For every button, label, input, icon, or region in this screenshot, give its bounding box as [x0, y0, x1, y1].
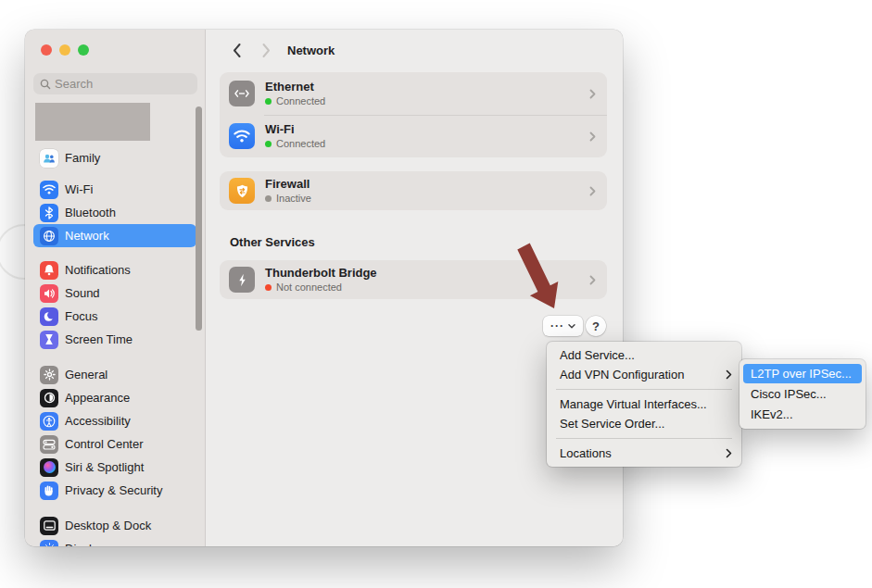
- sidebar-item-desktop-dock[interactable]: Desktop & Dock: [33, 514, 196, 537]
- close-button[interactable]: [41, 44, 52, 56]
- sidebar-item-control-center[interactable]: Control Center: [33, 432, 196, 456]
- menu-item-locations[interactable]: Locations: [547, 444, 741, 463]
- wifi-icon: [40, 181, 58, 199]
- sidebar-item-family[interactable]: Family: [33, 146, 196, 169]
- sidebar-item-label: Desktop & Dock: [65, 519, 151, 532]
- sidebar-item-siri-spotlight[interactable]: Siri & Spotlight: [33, 456, 196, 479]
- search-icon: [40, 79, 51, 90]
- chevron-right-icon: [589, 131, 596, 142]
- services-card: Ethernet Connected Wi-Fi Connected: [220, 72, 607, 157]
- menu-separator: [556, 389, 732, 390]
- sidebar-item-sound[interactable]: Sound: [33, 281, 196, 305]
- submenu-item-cisco-ipsec[interactable]: Cisco IPSec...: [743, 384, 862, 404]
- hourglass-icon: [40, 331, 58, 349]
- sidebar-item-label: Appearance: [65, 391, 130, 405]
- siri-icon: [40, 458, 58, 477]
- sidebar-item-label: Privacy & Security: [65, 483, 162, 497]
- vpn-configuration-submenu: L2TP over IPSec... Cisco IPSec... IKEv2.…: [739, 359, 866, 429]
- sidebar-item-wifi[interactable]: Wi-Fi: [33, 178, 196, 201]
- status-dot: [265, 195, 272, 202]
- page-title: Network: [287, 44, 335, 57]
- bell-icon: [40, 261, 58, 280]
- service-row-wifi[interactable]: Wi-Fi Connected: [220, 115, 607, 157]
- sidebar-nav: Family Wi-Fi Bluetooth: [33, 146, 196, 546]
- sidebar-item-privacy-security[interactable]: Privacy & Security: [33, 479, 196, 502]
- globe-icon: [40, 227, 58, 245]
- sidebar-item-label: Screen Time: [65, 332, 133, 346]
- sidebar-item-label: Accessibility: [65, 414, 131, 428]
- contrast-icon: [40, 389, 58, 407]
- service-status: Not connected: [276, 281, 342, 293]
- wifi-icon: [229, 123, 255, 149]
- sidebar-item-label: Siri & Spotlight: [65, 460, 144, 474]
- service-name: Thunderbolt Bridge: [265, 267, 377, 280]
- submenu-item-label: IKEv2...: [751, 407, 793, 421]
- sidebar-item-label: Control Center: [65, 437, 144, 451]
- service-status: Connected: [276, 138, 325, 149]
- minimize-button[interactable]: [59, 44, 70, 56]
- sidebar-item-label: Focus: [65, 309, 97, 323]
- service-name: Ethernet: [265, 81, 325, 94]
- ellipsis-icon: ···: [550, 321, 564, 331]
- sidebar-item-label: General: [65, 368, 107, 382]
- other-services-label: Other Services: [230, 235, 315, 249]
- chevron-right-icon: [589, 186, 596, 196]
- sidebar-item-appearance[interactable]: Appearance: [33, 386, 196, 409]
- service-status: Connected: [276, 95, 325, 106]
- bluetooth-icon: [40, 204, 58, 222]
- submenu-item-label: L2TP over IPSec...: [751, 367, 852, 381]
- sidebar: Family Wi-Fi Bluetooth: [25, 30, 206, 546]
- user-profile-redacted-block: [35, 103, 150, 141]
- menu-item-add-vpn-configuration[interactable]: Add VPN Configuration: [547, 365, 741, 384]
- submenu-arrow-icon: [726, 448, 732, 458]
- gear-icon: [40, 366, 58, 384]
- sidebar-item-label: Network: [65, 229, 109, 243]
- ethernet-icon: [229, 81, 255, 106]
- content-header: Network: [206, 30, 623, 70]
- submenu-item-ikev2[interactable]: IKEv2...: [743, 405, 862, 424]
- chevron-right-icon: [589, 89, 596, 99]
- question-mark-icon: ?: [592, 319, 600, 333]
- toggles-icon: [40, 435, 58, 454]
- speaker-icon: [40, 284, 58, 303]
- menu-item-label: Locations: [560, 446, 612, 460]
- menu-item-add-service[interactable]: Add Service...: [547, 345, 741, 365]
- service-row-firewall[interactable]: Firewall Inactive: [220, 171, 607, 210]
- menu-item-set-service-order[interactable]: Set Service Order...: [547, 414, 741, 433]
- service-status: Inactive: [276, 193, 311, 204]
- sidebar-item-label: Wi-Fi: [65, 182, 93, 196]
- service-row-ethernet[interactable]: Ethernet Connected: [220, 72, 607, 115]
- sidebar-item-notifications[interactable]: Notifications: [33, 258, 196, 281]
- menu-item-manage-virtual-interfaces[interactable]: Manage Virtual Interfaces...: [547, 394, 741, 414]
- sidebar-item-label: Sound: [65, 286, 100, 300]
- zoom-button[interactable]: [78, 44, 89, 56]
- forward-button[interactable]: [256, 38, 276, 62]
- sidebar-item-displays[interactable]: Displays: [33, 537, 196, 546]
- sidebar-item-network[interactable]: Network: [33, 224, 196, 247]
- annotation-arrow-icon: [508, 243, 565, 319]
- submenu-item-label: Cisco IPSec...: [751, 387, 827, 401]
- sidebar-scrollbar[interactable]: [196, 106, 202, 331]
- sidebar-item-focus[interactable]: Focus: [33, 305, 196, 328]
- chevron-right-icon: [589, 275, 596, 285]
- sidebar-item-general[interactable]: General: [33, 363, 196, 386]
- chevron-down-icon: [568, 324, 575, 329]
- menu-item-label: Add Service...: [560, 348, 635, 362]
- submenu-item-l2tp[interactable]: L2TP over IPSec...: [743, 364, 862, 383]
- back-button[interactable]: [226, 38, 246, 62]
- sidebar-item-screen-time[interactable]: Screen Time: [33, 328, 196, 351]
- sidebar-item-bluetooth[interactable]: Bluetooth: [33, 201, 196, 224]
- family-icon: [40, 149, 58, 168]
- menu-item-label: Add VPN Configuration: [560, 368, 684, 382]
- sidebar-item-accessibility[interactable]: Accessibility: [33, 409, 196, 432]
- more-options-button[interactable]: ···: [543, 316, 583, 336]
- menu-item-label: Set Service Order...: [560, 417, 664, 431]
- help-button[interactable]: ?: [586, 316, 606, 336]
- hand-icon: [40, 482, 58, 500]
- search-field[interactable]: [33, 73, 197, 94]
- firewall-shield-icon: [229, 178, 255, 204]
- search-input[interactable]: [55, 77, 191, 91]
- sidebar-item-label: Bluetooth: [65, 206, 116, 219]
- service-name: Wi-Fi: [265, 123, 325, 136]
- firewall-card: Firewall Inactive: [220, 171, 607, 210]
